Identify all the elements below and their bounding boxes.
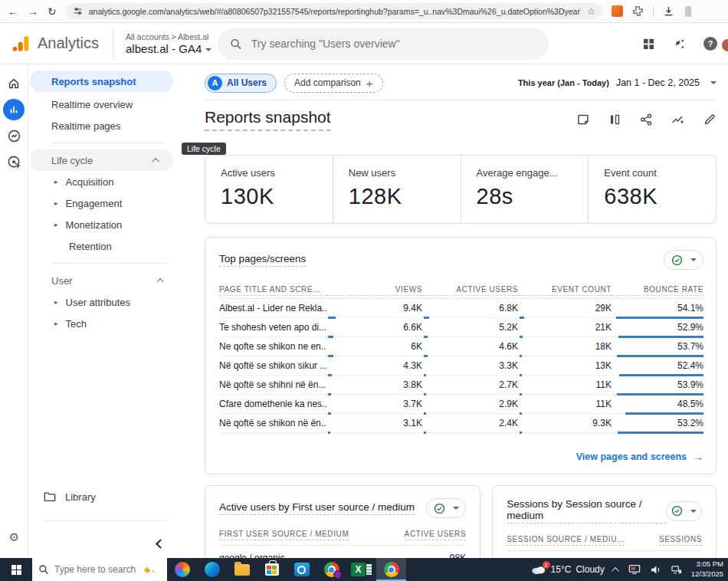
- sidebar-item-reports-snapshot[interactable]: Reports snapshot: [30, 71, 173, 92]
- column-header[interactable]: VIEWS: [395, 285, 422, 294]
- table-row[interactable]: Ne qofte se shikon ne en... 6K 4.6K 18K …: [219, 337, 703, 356]
- browser-profile-icon[interactable]: [685, 6, 691, 17]
- taskbar-search-input[interactable]: [54, 564, 137, 575]
- column-header[interactable]: BOUNCE RATE: [644, 285, 703, 294]
- diagnostics-grid-icon[interactable]: [642, 38, 655, 51]
- sidebar-item-realtime-pages[interactable]: Realtime pages: [28, 115, 178, 136]
- card-title[interactable]: Sessions by Session source / medium: [507, 498, 665, 524]
- taskbar-outlook[interactable]: [287, 558, 316, 581]
- share-icon[interactable]: [639, 113, 653, 126]
- edit-pencil-icon[interactable]: [703, 113, 717, 126]
- card-title[interactable]: Active users by First user source / medi…: [219, 501, 415, 515]
- address-bar[interactable]: analytics.google.com/analytics/web/#/a80…: [66, 3, 602, 19]
- add-comparison-chip[interactable]: Add comparison +: [284, 74, 382, 93]
- taskbar-file-explorer[interactable]: [227, 558, 257, 581]
- search-highlights-icon[interactable]: ✦·: [143, 564, 154, 576]
- data-quality-pill[interactable]: [426, 498, 466, 518]
- column-header[interactable]: FIRST USER SOURCE / MEDIUM: [219, 530, 349, 540]
- ai-sparkle-icon[interactable]: [672, 37, 687, 51]
- table-row[interactable]: Albest.al - Lider ne Rekla... 9.4K 6.8K …: [219, 299, 703, 318]
- taskbar-store[interactable]: [257, 558, 287, 581]
- collapse-sidebar-icon[interactable]: [156, 539, 166, 549]
- expand-arrow-icon[interactable]: ▸: [54, 320, 58, 327]
- card-title[interactable]: Top pages/screens: [219, 253, 306, 267]
- back-icon[interactable]: ←: [8, 6, 18, 17]
- date-range-picker[interactable]: This year (Jan - Today) Jan 1 - Dec 2, 2…: [518, 77, 717, 88]
- start-button[interactable]: [0, 558, 32, 581]
- extensions-puzzle-icon[interactable]: [632, 5, 644, 17]
- metric-new-users[interactable]: New users 128K: [333, 156, 461, 223]
- clock-widget[interactable]: 3:05 PM 12/3/2025: [691, 560, 723, 579]
- table-row[interactable]: google / organic 98K: [219, 553, 466, 558]
- network-icon[interactable]: [671, 565, 682, 575]
- explore-nav[interactable]: [2, 123, 25, 149]
- reload-icon[interactable]: ↻: [48, 6, 57, 17]
- sidebar-item-user-attributes[interactable]: ▸ User attributes: [28, 291, 178, 313]
- collapse-chevron-icon[interactable]: [156, 277, 164, 285]
- taskbar-excel[interactable]: X: [346, 558, 376, 581]
- search-bar[interactable]: [218, 28, 549, 60]
- column-header[interactable]: SESSION SOURCE / MEDIU...: [507, 535, 625, 546]
- feedback-note-icon[interactable]: [576, 113, 590, 126]
- sidebar-item-acquisition[interactable]: ▸ Acquisition: [28, 171, 178, 192]
- sidebar-item-library[interactable]: Library: [28, 486, 178, 507]
- avatar[interactable]: [722, 39, 728, 51]
- sidebar-item-tech[interactable]: ▸ Tech: [28, 313, 178, 334]
- expand-arrow-icon[interactable]: ▸: [54, 178, 58, 185]
- table-row[interactable]: Në qoftë se shikon sikur ... 4.3K 3.3K 1…: [219, 356, 703, 376]
- site-settings-icon[interactable]: [73, 6, 83, 16]
- collapse-chevron-icon[interactable]: [152, 157, 159, 165]
- table-row[interactable]: Te shohesh veten apo di... 6.6K 5.2K 21K…: [219, 318, 703, 337]
- column-header[interactable]: SESSIONS: [659, 535, 702, 546]
- column-header[interactable]: EVENT COUNT: [552, 285, 612, 294]
- sidebar-item-realtime-overview[interactable]: Realtime overview: [28, 94, 178, 115]
- tray-expand-icon[interactable]: [612, 566, 619, 574]
- bookmark-star-icon[interactable]: ☆: [587, 6, 595, 17]
- expand-arrow-icon[interactable]: ▸: [54, 221, 58, 228]
- account-selector[interactable]: All accounts > Albest.al albest.al - GA4: [113, 29, 212, 58]
- extension-icon[interactable]: [612, 5, 623, 17]
- tray-monitor-icon[interactable]: [628, 564, 641, 575]
- data-quality-pill[interactable]: [666, 501, 702, 521]
- sidebar-section-life-cycle[interactable]: Life cycle: [30, 149, 173, 171]
- taskbar-chrome-active[interactable]: [376, 558, 406, 581]
- sidebar-item-monetization[interactable]: ▸ Monetization: [28, 214, 178, 235]
- metric-active-users[interactable]: Active users 130K: [205, 156, 333, 223]
- expand-arrow-icon[interactable]: ▸: [54, 298, 58, 306]
- comparison-bars-icon[interactable]: [608, 113, 621, 126]
- column-header[interactable]: ACTIVE USERS: [405, 530, 467, 540]
- column-header[interactable]: ACTIVE USERS: [456, 285, 518, 294]
- metric-event-count[interactable]: Event count 638K: [588, 156, 716, 223]
- sidebar-section-user[interactable]: User: [28, 270, 178, 291]
- taskbar-chrome-profile[interactable]: [316, 558, 346, 581]
- view-pages-link[interactable]: View pages and screens: [576, 451, 687, 462]
- weather-widget[interactable]: 2 15°C Cloudy: [531, 564, 605, 575]
- column-header[interactable]: PAGE TITLE AND SCRE...: [219, 285, 320, 294]
- analytics-logo[interactable]: Analytics: [0, 34, 99, 54]
- sidebar-item-engagement[interactable]: ▸ Engagement: [28, 192, 178, 214]
- data-quality-pill[interactable]: [664, 250, 703, 270]
- insights-icon[interactable]: [671, 113, 685, 126]
- table-row[interactable]: Në qoftë se shihni në ën... 3.8K 2.7K 11…: [219, 376, 703, 395]
- home-nav[interactable]: [2, 71, 25, 97]
- advertising-nav[interactable]: [2, 149, 25, 175]
- table-row[interactable]: Në qoftë se shikon në ën... 3.1K 2.4K 9.…: [219, 414, 703, 433]
- taskbar-edge[interactable]: [197, 558, 227, 581]
- all-users-chip[interactable]: A All Users: [205, 74, 277, 93]
- expand-arrow-icon[interactable]: ▸: [54, 199, 58, 207]
- download-icon[interactable]: [663, 5, 674, 17]
- taskbar-copilot[interactable]: [167, 558, 197, 581]
- breadcrumb[interactable]: All accounts > Albest.al: [126, 32, 212, 41]
- admin-gear-icon[interactable]: ⚙: [0, 530, 28, 544]
- search-input[interactable]: [251, 38, 536, 50]
- table-row[interactable]: Cfare domethenie ka nes... 3.7K 2.9K 11K…: [219, 395, 703, 414]
- url-text[interactable]: analytics.google.com/analytics/web/#/a80…: [89, 7, 581, 16]
- forward-icon[interactable]: →: [28, 6, 38, 17]
- taskbar-search[interactable]: ✦·: [32, 558, 167, 581]
- sidebar-item-retention[interactable]: Retention: [28, 235, 178, 257]
- help-icon[interactable]: ?: [703, 37, 717, 51]
- metric-avg-engagement[interactable]: Average engage... 28s: [461, 156, 589, 223]
- volume-icon[interactable]: [650, 565, 661, 575]
- property-selector[interactable]: albest.al - GA4: [126, 42, 212, 55]
- reports-nav[interactable]: [2, 97, 25, 123]
